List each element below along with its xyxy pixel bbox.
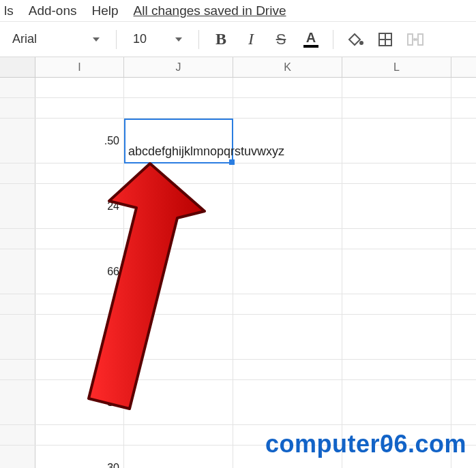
- caret-down-icon: [175, 37, 182, 42]
- cell[interactable]: [342, 360, 451, 379]
- font-size-select[interactable]: 10: [126, 27, 189, 52]
- table-row: 53: [0, 380, 476, 425]
- cell[interactable]: [342, 380, 451, 424]
- cell[interactable]: [35, 360, 124, 379]
- cell[interactable]: [342, 294, 451, 314]
- cell[interactable]: [342, 184, 451, 228]
- row-header[interactable]: [0, 184, 35, 228]
- column-header-L[interactable]: L: [342, 57, 451, 77]
- bold-button[interactable]: B: [209, 27, 233, 52]
- cell[interactable]: [124, 294, 233, 314]
- cell[interactable]: 30: [35, 446, 124, 468]
- cell[interactable]: [342, 315, 451, 359]
- cell[interactable]: [233, 184, 342, 228]
- cell[interactable]: [35, 229, 124, 249]
- strikethrough-icon: S: [276, 31, 286, 48]
- cell[interactable]: [124, 446, 233, 468]
- table-row: [0, 163, 476, 184]
- table-row: [0, 98, 476, 119]
- cell[interactable]: [233, 163, 342, 183]
- menu-item-addons[interactable]: Add-ons: [29, 3, 77, 18]
- cell[interactable]: 66: [35, 249, 124, 294]
- italic-button[interactable]: I: [239, 27, 263, 52]
- row-header[interactable]: [0, 294, 35, 314]
- cell[interactable]: [124, 249, 233, 294]
- row-header[interactable]: [0, 78, 35, 97]
- cell[interactable]: [124, 380, 233, 424]
- separator: [198, 30, 199, 49]
- cell[interactable]: [35, 294, 124, 314]
- spreadsheet-grid[interactable]: .50 24 66 7: [0, 78, 476, 468]
- cell[interactable]: .50: [35, 119, 124, 163]
- font-size-label: 10: [133, 32, 147, 46]
- cell[interactable]: [124, 163, 233, 183]
- cell[interactable]: [233, 315, 342, 359]
- column-header-J[interactable]: J: [124, 57, 233, 77]
- merge-cells-button[interactable]: [403, 27, 428, 52]
- cell-selected[interactable]: [124, 119, 233, 163]
- table-row: [0, 78, 476, 98]
- cell[interactable]: [35, 163, 124, 183]
- cell[interactable]: [124, 98, 233, 118]
- font-name-label: Arial: [12, 32, 37, 46]
- svg-rect-4: [408, 34, 413, 45]
- cell[interactable]: [233, 249, 342, 294]
- row-header[interactable]: [0, 249, 35, 294]
- cell[interactable]: [124, 315, 233, 359]
- toolbar: Arial 10 B I S A: [0, 22, 476, 57]
- watermark-text-right: 6.com: [393, 430, 466, 458]
- cell[interactable]: 74: [35, 315, 124, 359]
- column-header-K[interactable]: K: [233, 57, 342, 77]
- svg-rect-5: [418, 34, 423, 45]
- cell[interactable]: [35, 425, 124, 445]
- font-select[interactable]: Arial: [5, 27, 106, 52]
- row-header[interactable]: [0, 315, 35, 359]
- bold-icon: B: [215, 30, 226, 48]
- watermark: computer06.com: [265, 430, 466, 458]
- cell[interactable]: [342, 229, 451, 249]
- row-header[interactable]: [0, 380, 35, 424]
- cell[interactable]: [233, 78, 342, 97]
- cell[interactable]: [35, 98, 124, 118]
- watermark-text-left: computer: [265, 430, 380, 458]
- cell[interactable]: [124, 425, 233, 445]
- cell[interactable]: [342, 249, 451, 294]
- cell[interactable]: [233, 294, 342, 314]
- cell[interactable]: [233, 229, 342, 249]
- text-color-icon: A: [306, 31, 316, 44]
- menu-item-help[interactable]: Help: [92, 3, 119, 18]
- table-row: [0, 229, 476, 249]
- cell[interactable]: [233, 360, 342, 379]
- row-header[interactable]: [0, 446, 35, 468]
- row-header[interactable]: [0, 229, 35, 249]
- cell[interactable]: [342, 98, 451, 118]
- separator: [333, 30, 333, 49]
- cell[interactable]: [342, 163, 451, 183]
- row-header[interactable]: [0, 163, 35, 183]
- fill-color-button[interactable]: [343, 27, 368, 52]
- select-all-corner[interactable]: [0, 57, 35, 77]
- paint-bucket-icon: [346, 32, 364, 47]
- cell[interactable]: [233, 98, 342, 118]
- menu-item-ls[interactable]: ls: [4, 3, 14, 18]
- row-header[interactable]: [0, 425, 35, 445]
- cell[interactable]: 53: [35, 380, 124, 424]
- column-header-I[interactable]: I: [35, 57, 124, 77]
- row-header[interactable]: [0, 360, 35, 379]
- separator: [116, 30, 117, 49]
- cell[interactable]: [124, 360, 233, 379]
- text-color-button[interactable]: A: [299, 27, 323, 52]
- cell[interactable]: [233, 119, 342, 163]
- borders-button[interactable]: [373, 27, 398, 52]
- cell[interactable]: [124, 78, 233, 97]
- strikethrough-button[interactable]: S: [269, 27, 293, 52]
- cell[interactable]: [124, 184, 233, 228]
- cell[interactable]: 24: [35, 184, 124, 228]
- cell[interactable]: [124, 229, 233, 249]
- row-header[interactable]: [0, 119, 35, 163]
- row-header[interactable]: [0, 98, 35, 118]
- cell[interactable]: [342, 119, 451, 163]
- cell[interactable]: [233, 380, 342, 424]
- cell[interactable]: [342, 78, 451, 97]
- cell[interactable]: [35, 78, 124, 97]
